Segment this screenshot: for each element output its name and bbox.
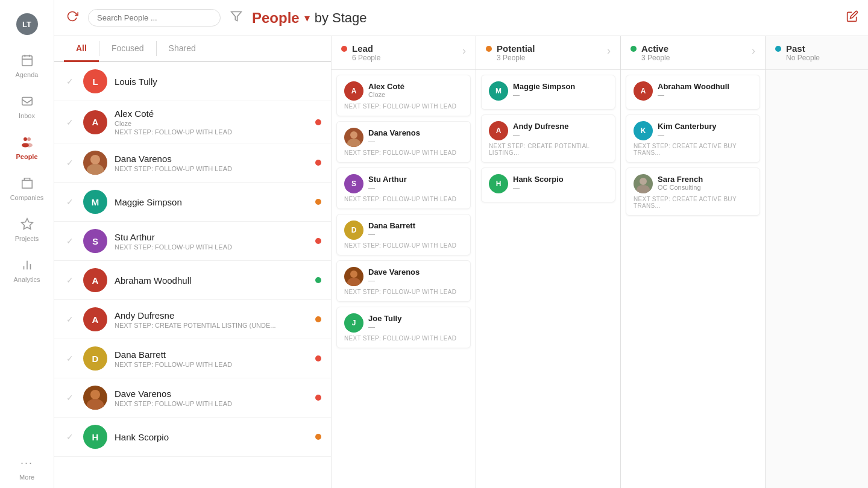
kanban-card[interactable]: K Kim Canterbury — NEXT STEP: CREATE ACT… — [626, 114, 760, 163]
kanban-card[interactable]: A Andy Dufresne — NEXT STEP: CREATE POTE… — [481, 114, 615, 163]
avatar — [83, 151, 107, 175]
card-name: Kim Canterbury — [658, 122, 717, 131]
card-next: NEXT STEP: CREATE ACTIVE BUY TRANS... — [634, 196, 752, 209]
kanban-card[interactable]: Dave Varenos — NEXT STEP: FOLLOW-UP WITH… — [336, 260, 471, 302]
list-item[interactable]: ✓ D Dana Barrett NEXT STEP: FOLLOW-UP WI… — [54, 339, 331, 378]
stage-dot-potential — [486, 46, 492, 52]
item-company: Cloze — [115, 120, 308, 127]
item-name: Maggie Simpson — [115, 197, 308, 207]
card-name: Hank Scorpio — [513, 175, 564, 184]
svg-point-20 — [90, 390, 100, 399]
tab-shared[interactable]: Shared — [157, 36, 208, 62]
kanban-board: Lead 6 People › A Alex Coté Cloze — [332, 36, 868, 488]
checkmark-icon: ✓ — [66, 77, 74, 86]
card-next: NEXT STEP: FOLLOW-UP WITH LEAD — [344, 335, 463, 342]
list-item[interactable]: ✓ A Andy Dufresne NEXT STEP: CREATE POTE… — [54, 300, 331, 339]
list-item[interactable]: ✓ L Louis Tully — [54, 62, 331, 101]
card-sub: — — [368, 184, 407, 191]
kanban-col-active: Active 3 People › A Abraham Woodhull — — [621, 36, 766, 488]
list-item[interactable]: ✓ Dana Varenos NEXT STEP: FOLLOW-UP WITH… — [54, 143, 331, 183]
kanban-card[interactable]: J Joe Tully — NEXT STEP: FOLLOW-UP WITH … — [336, 307, 471, 348]
refresh-button[interactable] — [64, 8, 81, 28]
card-next: NEXT STEP: CREATE POTENTIAL LISTING... — [489, 143, 608, 156]
sidebar-item-analytics[interactable]: Analytics — [0, 249, 54, 290]
user-avatar: LT — [16, 13, 38, 35]
inbox-icon — [19, 93, 36, 110]
kanban-cards-lead: A Alex Coté Cloze NEXT STEP: FOLLOW-UP W… — [332, 70, 476, 488]
search-box[interactable] — [88, 9, 221, 27]
status-dot — [315, 434, 321, 440]
checkmark-icon: ✓ — [66, 236, 74, 246]
stage-count-potential: 3 People — [497, 54, 535, 62]
avatar: M — [83, 190, 107, 214]
card-next: NEXT STEP: FOLLOW-UP WITH LEAD — [344, 289, 463, 295]
card-name: Andy Dufresne — [513, 122, 568, 131]
sidebar-item-companies[interactable]: Companies — [0, 167, 54, 208]
status-dot — [315, 119, 321, 125]
kanban-header-lead: Lead 6 People › — [332, 36, 476, 70]
item-info: Dana Barrett NEXT STEP: FOLLOW-UP WITH L… — [115, 349, 308, 368]
list-item[interactable]: ✓ S Stu Arthur NEXT STEP: FOLLOW-UP WITH… — [54, 222, 331, 261]
avatar: D — [83, 346, 107, 371]
item-name: Stu Arthur — [115, 232, 308, 242]
item-next: NEXT STEP: FOLLOW-UP WITH LEAD — [115, 165, 308, 172]
sidebar-item-projects[interactable]: Projects — [0, 208, 54, 249]
kanban-col-potential: Potential 3 People › M Maggie Simpson — — [476, 36, 621, 488]
stage-name-lead: Lead — [352, 43, 380, 54]
checkmark-icon: ✓ — [66, 432, 74, 442]
sidebar-item-agenda[interactable]: Agenda — [0, 45, 54, 86]
kanban-arrow-potential: › — [607, 45, 611, 57]
kanban-card[interactable]: M Maggie Simpson — — [481, 75, 615, 110]
edit-button[interactable] — [846, 10, 858, 25]
kanban-card[interactable]: A Abraham Woodhull — — [626, 75, 760, 110]
card-name: Dana Barrett — [368, 221, 415, 230]
kanban-arrow-active: › — [752, 45, 755, 57]
card-name: Dana Varenos — [368, 128, 420, 137]
item-info: Andy Dufresne NEXT STEP: CREATE POTENTIA… — [115, 310, 308, 329]
sidebar-label-inbox: Inbox — [19, 112, 35, 119]
title-dropdown-icon[interactable]: ▾ — [304, 11, 310, 25]
stage-name-potential: Potential — [497, 43, 535, 54]
card-sub: — — [658, 91, 729, 98]
list-item[interactable]: ✓ A Abraham Woodhull — [54, 261, 331, 300]
card-next: NEXT STEP: CREATE ACTIVE BUY TRANS... — [634, 143, 752, 156]
list-item[interactable]: ✓ A Alex Coté Cloze NEXT STEP: FOLLOW-UP… — [54, 101, 331, 143]
svg-marker-13 — [21, 219, 32, 229]
list-item[interactable]: ✓ Dave Varenos NEXT STEP: FOLLOW-UP WITH… — [54, 378, 331, 418]
kanban-card[interactable]: A Alex Coté Cloze NEXT STEP: FOLLOW-UP W… — [336, 75, 471, 116]
svg-rect-0 — [22, 56, 32, 66]
sidebar-item-more[interactable]: ··· More — [0, 447, 54, 488]
list-item[interactable]: ✓ H Hank Scorpio — [54, 418, 331, 457]
card-name: Joe Tully — [368, 314, 401, 323]
status-dot — [315, 395, 321, 401]
card-sub: Cloze — [368, 91, 404, 98]
sidebar-item-user[interactable]: LT — [0, 6, 54, 45]
item-info: Hank Scorpio — [115, 432, 308, 442]
svg-point-27 — [637, 185, 650, 193]
card-avatar: D — [344, 221, 363, 240]
search-input[interactable] — [97, 13, 212, 22]
card-avatar: J — [344, 313, 363, 333]
sidebar-item-people[interactable]: People — [0, 127, 54, 167]
kanban-card[interactable]: Sara French OC Consulting NEXT STEP: CRE… — [626, 167, 760, 216]
item-name: Dave Varenos — [115, 389, 308, 399]
svg-point-24 — [350, 271, 357, 278]
tab-all[interactable]: All — [64, 36, 99, 62]
list-item[interactable]: ✓ M Maggie Simpson — [54, 183, 331, 222]
sidebar-label-agenda: Agenda — [16, 71, 39, 78]
card-sub: — — [368, 277, 420, 284]
kanban-card[interactable]: Dana Varenos — NEXT STEP: FOLLOW-UP WITH… — [336, 121, 471, 163]
filter-button[interactable] — [228, 8, 245, 28]
item-next: NEXT STEP: FOLLOW-UP WITH LEAD — [115, 243, 308, 251]
item-next: NEXT STEP: FOLLOW-UP WITH LEAD — [115, 361, 308, 368]
kanban-card[interactable]: S Stu Arthur — NEXT STEP: FOLLOW-UP WITH… — [336, 167, 471, 209]
kanban-card[interactable]: D Dana Barrett — NEXT STEP: FOLLOW-UP WI… — [336, 214, 471, 255]
tab-focused[interactable]: Focused — [99, 36, 156, 62]
avatar: A — [83, 110, 107, 134]
kanban-card[interactable]: H Hank Scorpio — — [481, 167, 615, 202]
card-next: NEXT STEP: FOLLOW-UP WITH LEAD — [344, 149, 463, 156]
sidebar-item-inbox[interactable]: Inbox — [0, 86, 54, 127]
item-name: Alex Coté — [115, 108, 308, 119]
checkmark-icon: ✓ — [66, 393, 74, 402]
card-name: Alex Coté — [368, 82, 404, 91]
